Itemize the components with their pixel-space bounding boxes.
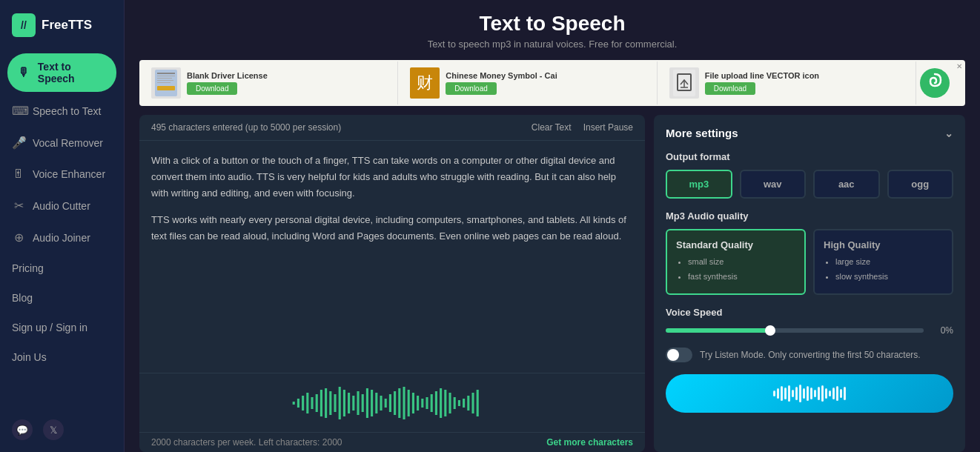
svg-rect-21 xyxy=(334,394,336,412)
quality-high[interactable]: High Quality large size slow synthesis xyxy=(813,229,953,295)
wave-bar xyxy=(836,386,838,401)
sidebar-item-label: Voice Enhancer xyxy=(33,168,105,180)
logo[interactable]: // FreeTTS xyxy=(0,0,124,50)
sidebar-nav: 🎙 Text to Speech ⌨ Speech to Text 🎤 Voca… xyxy=(0,50,124,408)
discord-icon[interactable]: 💬 xyxy=(12,419,33,440)
wave-bar xyxy=(803,388,805,399)
speed-value: 0% xyxy=(931,325,953,336)
svg-rect-42 xyxy=(431,394,433,412)
nav-join[interactable]: Join Us xyxy=(0,342,124,372)
svg-rect-26 xyxy=(357,391,359,415)
wave-bar xyxy=(773,390,775,396)
listen-mode-label: Try Listen Mode. Only converting the fir… xyxy=(700,350,921,360)
sidebar-item-audio-cutter[interactable]: ✂ Audio Cutter xyxy=(0,190,124,222)
nav-pricing[interactable]: Pricing xyxy=(0,253,124,283)
wave-bar xyxy=(781,386,783,401)
page-tagline: Text to speech mp3 in natural voices. Fr… xyxy=(139,39,965,50)
svg-rect-37 xyxy=(408,390,410,416)
logo-text: FreeTTS xyxy=(42,18,92,33)
audio-quality-section: Mp3 Audio quality Standard Quality small… xyxy=(666,210,953,295)
nav-signup[interactable]: Sign up / Sign in xyxy=(0,313,124,342)
sidebar-item-audio-joiner[interactable]: ⊕ Audio Joiner xyxy=(0,222,124,253)
wave-bar xyxy=(821,385,824,402)
svg-rect-27 xyxy=(362,394,364,412)
svg-rect-1 xyxy=(157,73,175,74)
svg-rect-22 xyxy=(339,387,341,419)
format-aac[interactable]: aac xyxy=(813,170,880,199)
char-count: 495 characters entered (up to 5000 per s… xyxy=(151,122,341,133)
voice-speed-label: Voice Speed xyxy=(666,307,953,318)
text-content[interactable]: With a click of a button or the touch of… xyxy=(139,141,645,373)
chars-remaining: 2000 characters per week. Left character… xyxy=(151,437,342,448)
svg-rect-52 xyxy=(477,390,479,416)
svg-rect-40 xyxy=(421,399,423,408)
svg-rect-35 xyxy=(398,388,400,418)
sidebar-item-label: Audio Joiner xyxy=(33,232,90,244)
svg-rect-29 xyxy=(371,390,373,416)
audio-quality-label: Mp3 Audio quality xyxy=(666,210,953,222)
ad-download-2[interactable]: Download xyxy=(446,82,496,95)
play-button[interactable] xyxy=(666,374,953,413)
nav-blog[interactable]: Blog xyxy=(0,283,124,313)
listen-mode-toggle[interactable] xyxy=(666,348,692,362)
quality-standard[interactable]: Standard Quality small size fast synthes… xyxy=(666,229,806,295)
content-area: 495 characters entered (up to 5000 per s… xyxy=(125,115,980,452)
waveform-visualization xyxy=(139,381,645,425)
wave-bar xyxy=(840,389,842,398)
chevron-down-icon[interactable]: ⌄ xyxy=(944,127,953,139)
text-paragraph-2: TTS works with nearly every personal dig… xyxy=(151,212,633,245)
svg-rect-45 xyxy=(444,390,446,416)
wave-bar xyxy=(814,390,816,397)
sidebar-item-label: Speech to Text xyxy=(33,105,101,117)
sidebar-item-speech-to-text[interactable]: ⌨ Speech to Text xyxy=(0,95,124,127)
text-toolbar: 495 characters entered (up to 5000 per s… xyxy=(139,115,645,141)
svg-rect-16 xyxy=(311,397,313,409)
sidebar-item-label: Audio Cutter xyxy=(33,200,90,212)
format-ogg[interactable]: ogg xyxy=(887,170,954,199)
svg-rect-25 xyxy=(352,396,354,411)
quality-buttons: Standard Quality small size fast synthes… xyxy=(666,229,953,295)
sidebar-item-vocal-remover[interactable]: 🎤 Vocal Remover xyxy=(0,127,124,159)
wave-bar xyxy=(788,385,790,402)
svg-rect-32 xyxy=(385,399,387,408)
ad-item-1: Blank Driver License Download xyxy=(139,62,398,104)
logo-icon: // xyxy=(12,13,36,37)
svg-rect-28 xyxy=(366,388,368,418)
ad-text-1: Blank Driver License Download xyxy=(187,71,385,95)
social-links: 💬 𝕏 xyxy=(0,408,124,452)
output-format-label: Output format xyxy=(666,151,953,162)
page-title: Text to Speech xyxy=(139,12,965,36)
bottom-bar: 2000 characters per week. Left character… xyxy=(139,432,645,452)
wave-bar xyxy=(807,386,809,401)
get-more-characters-link[interactable]: Get more characters xyxy=(546,437,633,448)
voice-speed-section: Voice Speed 0% xyxy=(666,307,953,336)
cut-icon: ✂ xyxy=(12,199,25,213)
ad-thumb-1 xyxy=(151,67,181,99)
svg-rect-18 xyxy=(320,390,322,416)
mic-icon: 🎙 xyxy=(18,66,30,79)
wave-bar xyxy=(792,390,794,397)
wave-bar xyxy=(795,387,798,400)
sidebar-item-voice-enhancer[interactable]: 🎚 Voice Enhancer xyxy=(0,159,124,190)
wave-bar xyxy=(844,387,846,400)
twitter-icon[interactable]: 𝕏 xyxy=(43,419,64,440)
ad-download-1[interactable]: Download xyxy=(187,82,237,95)
text-panel: 495 characters entered (up to 5000 per s… xyxy=(139,115,645,452)
ad-text-3: File upload line VECTOR icon Download xyxy=(705,71,904,95)
ad-item-2: 财 Chinese Money Symbol - Cai Download xyxy=(398,62,657,104)
settings-panel: More settings ⌄ Output format mp3 wav aa… xyxy=(654,115,965,452)
wave-bar xyxy=(784,388,787,399)
sidebar-item-text-to-speech[interactable]: 🎙 Text to Speech xyxy=(7,53,116,92)
ad-close-button[interactable]: ✕ xyxy=(953,60,965,72)
insert-pause-button[interactable]: Insert Pause xyxy=(583,122,633,133)
ad-download-3[interactable]: Download xyxy=(705,82,755,95)
format-mp3[interactable]: mp3 xyxy=(666,170,732,199)
svg-rect-13 xyxy=(297,399,299,408)
svg-rect-30 xyxy=(375,393,377,413)
transcribe-icon: ⌨ xyxy=(12,104,25,118)
format-wav[interactable]: wav xyxy=(740,170,807,199)
svg-rect-23 xyxy=(343,390,345,416)
voice-speed-slider[interactable] xyxy=(666,328,924,333)
clear-text-button[interactable]: Clear Text xyxy=(532,122,572,133)
svg-rect-44 xyxy=(440,388,442,418)
